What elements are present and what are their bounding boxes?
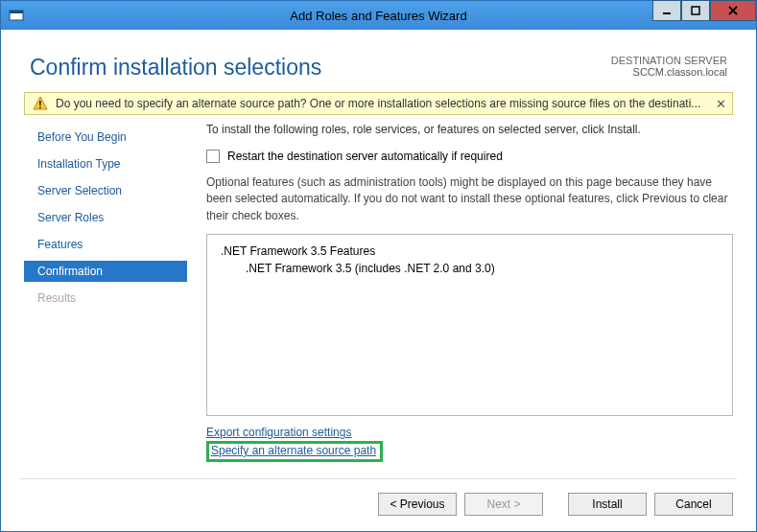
destination-info: DESTINATION SERVER SCCM.classon.local [611,55,727,78]
alert-bar[interactable]: ! Do you need to specify an alternate so… [24,92,733,115]
page-title: Confirm installation selections [30,55,321,81]
optional-features-text: Optional features (such as administratio… [206,174,733,224]
window-title: Add Roles and Features Wizard [1,9,756,23]
features-list[interactable]: .NET Framework 3.5 Features .NET Framewo… [206,234,733,416]
restart-checkbox-row[interactable]: Restart the destination server automatic… [206,150,733,163]
maximize-button[interactable] [681,0,710,21]
highlight-box: Specify an alternate source path [206,441,383,462]
previous-button[interactable]: < Previous [378,493,457,516]
restart-checkbox-label: Restart the destination server automatic… [227,150,503,163]
sidebar-item-server-roles[interactable]: Server Roles [24,207,187,228]
destination-value: SCCM.classon.local [611,66,727,78]
header: Confirm installation selections DESTINAT… [1,30,756,92]
titlebar[interactable]: Add Roles and Features Wizard [1,1,756,30]
restart-checkbox[interactable] [206,150,220,163]
svg-rect-1 [10,11,23,13]
sidebar-item-features[interactable]: Features [24,234,187,255]
alert-close-icon[interactable]: ✕ [716,97,726,111]
close-button[interactable] [710,0,756,21]
body: Before You Begin Installation Type Serve… [1,123,756,471]
links-area: Export configuration settings Specify an… [206,426,733,462]
main-panel: To install the following roles, role ser… [187,123,733,471]
footer: < Previous Next > Install Cancel [1,479,756,531]
svg-text:!: ! [38,100,41,110]
app-icon [7,6,26,25]
warning-icon: ! [33,96,48,111]
wizard-window: Add Roles and Features Wizard Confirm in… [0,0,757,532]
sidebar-item-confirmation[interactable]: Confirmation [24,261,187,282]
destination-label: DESTINATION SERVER [611,55,727,66]
cancel-button[interactable]: Cancel [654,493,733,516]
instruction-text: To install the following roles, role ser… [206,123,733,136]
list-item: .NET Framework 3.5 (includes .NET 2.0 an… [221,262,719,275]
sidebar-item-before-begin[interactable]: Before You Begin [24,127,187,148]
sidebar: Before You Begin Installation Type Serve… [24,123,187,471]
sidebar-item-install-type[interactable]: Installation Type [24,153,187,174]
minimize-button[interactable] [652,0,681,21]
sidebar-item-results: Results [24,288,187,309]
alert-text: Do you need to specify an alternate sour… [56,97,700,110]
specify-alt-source-link[interactable]: Specify an alternate source path [211,444,376,457]
list-item: .NET Framework 3.5 Features [221,244,719,258]
install-button[interactable]: Install [568,493,647,516]
window-controls [652,1,756,30]
sidebar-item-server-selection[interactable]: Server Selection [24,180,187,201]
next-button: Next > [464,493,543,516]
svg-rect-3 [692,7,699,14]
export-config-link[interactable]: Export configuration settings [206,426,351,439]
